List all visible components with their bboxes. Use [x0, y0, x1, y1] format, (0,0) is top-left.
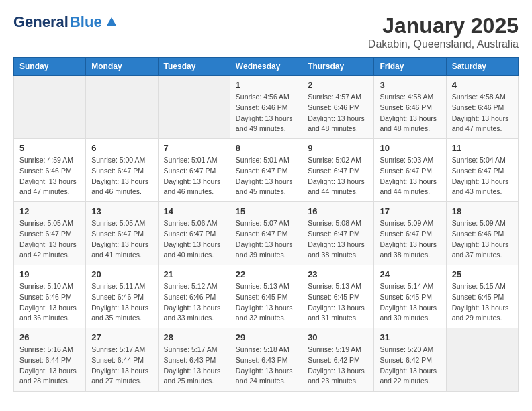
day-number: 4 [452, 80, 513, 90]
day-number: 3 [380, 80, 440, 90]
calendar-cell: 25Sunrise: 5:15 AM Sunset: 6:45 PM Dayli… [446, 265, 518, 328]
logo-triangle-icon [104, 13, 119, 28]
svg-marker-0 [107, 17, 116, 26]
day-info: Sunrise: 5:18 AM Sunset: 6:43 PM Dayligh… [236, 345, 296, 387]
weekday-header: Friday [374, 58, 446, 76]
calendar-cell: 14Sunrise: 5:06 AM Sunset: 6:47 PM Dayli… [158, 202, 230, 265]
day-info: Sunrise: 5:04 AM Sunset: 6:47 PM Dayligh… [452, 155, 513, 197]
day-number: 17 [380, 206, 440, 216]
day-number: 14 [164, 206, 224, 216]
day-number: 20 [91, 269, 152, 279]
day-info: Sunrise: 5:02 AM Sunset: 6:47 PM Dayligh… [308, 155, 368, 197]
calendar-cell: 8Sunrise: 5:01 AM Sunset: 6:47 PM Daylig… [230, 139, 302, 202]
weekday-header: Monday [86, 58, 158, 76]
day-number: 8 [236, 143, 296, 153]
calendar-cell: 22Sunrise: 5:13 AM Sunset: 6:45 PM Dayli… [230, 265, 302, 328]
month-title: January 2025 [368, 13, 519, 38]
day-number: 1 [236, 80, 296, 90]
calendar-cell: 30Sunrise: 5:19 AM Sunset: 6:42 PM Dayli… [302, 328, 374, 392]
weekday-header: Wednesday [230, 58, 302, 76]
day-info: Sunrise: 5:09 AM Sunset: 6:47 PM Dayligh… [380, 218, 440, 261]
calendar-cell: 6Sunrise: 5:00 AM Sunset: 6:47 PM Daylig… [86, 139, 158, 202]
day-info: Sunrise: 5:09 AM Sunset: 6:46 PM Dayligh… [452, 218, 513, 261]
day-info: Sunrise: 5:19 AM Sunset: 6:42 PM Dayligh… [308, 345, 368, 387]
day-number: 5 [19, 143, 80, 153]
day-info: Sunrise: 4:58 AM Sunset: 6:46 PM Dayligh… [380, 92, 440, 134]
day-number: 13 [91, 206, 152, 216]
calendar-cell [14, 76, 86, 139]
calendar-cell: 5Sunrise: 4:59 AM Sunset: 6:46 PM Daylig… [14, 139, 86, 202]
day-number: 22 [236, 269, 296, 279]
calendar-cell: 20Sunrise: 5:11 AM Sunset: 6:46 PM Dayli… [86, 265, 158, 328]
day-number: 23 [308, 269, 368, 279]
day-info: Sunrise: 5:17 AM Sunset: 6:43 PM Dayligh… [164, 345, 224, 387]
day-info: Sunrise: 5:15 AM Sunset: 6:45 PM Dayligh… [452, 281, 513, 324]
calendar-week-row: 5Sunrise: 4:59 AM Sunset: 6:46 PM Daylig… [14, 139, 519, 202]
day-info: Sunrise: 5:01 AM Sunset: 6:47 PM Dayligh… [236, 155, 296, 197]
day-number: 11 [452, 143, 513, 153]
calendar-cell: 17Sunrise: 5:09 AM Sunset: 6:47 PM Dayli… [374, 202, 446, 265]
day-info: Sunrise: 5:16 AM Sunset: 6:44 PM Dayligh… [19, 345, 80, 387]
day-info: Sunrise: 5:08 AM Sunset: 6:47 PM Dayligh… [308, 218, 368, 261]
day-number: 12 [19, 206, 80, 216]
day-info: Sunrise: 4:59 AM Sunset: 6:46 PM Dayligh… [19, 155, 80, 197]
calendar-cell: 16Sunrise: 5:08 AM Sunset: 6:47 PM Dayli… [302, 202, 374, 265]
calendar-cell: 12Sunrise: 5:05 AM Sunset: 6:47 PM Dayli… [14, 202, 86, 265]
day-info: Sunrise: 5:14 AM Sunset: 6:45 PM Dayligh… [380, 281, 440, 324]
day-info: Sunrise: 5:13 AM Sunset: 6:45 PM Dayligh… [308, 281, 368, 324]
day-number: 31 [380, 332, 440, 342]
calendar-cell [86, 76, 158, 139]
day-number: 24 [380, 269, 440, 279]
calendar-cell: 9Sunrise: 5:02 AM Sunset: 6:47 PM Daylig… [302, 139, 374, 202]
calendar-cell: 3Sunrise: 4:58 AM Sunset: 6:46 PM Daylig… [374, 76, 446, 139]
day-info: Sunrise: 5:06 AM Sunset: 6:47 PM Dayligh… [164, 218, 224, 261]
day-info: Sunrise: 5:13 AM Sunset: 6:45 PM Dayligh… [236, 281, 296, 324]
calendar-cell: 2Sunrise: 4:57 AM Sunset: 6:46 PM Daylig… [302, 76, 374, 139]
day-number: 9 [308, 143, 368, 153]
weekday-header: Tuesday [158, 58, 230, 76]
day-info: Sunrise: 5:10 AM Sunset: 6:46 PM Dayligh… [19, 281, 80, 324]
day-info: Sunrise: 5:00 AM Sunset: 6:47 PM Dayligh… [91, 155, 152, 197]
day-info: Sunrise: 5:12 AM Sunset: 6:46 PM Dayligh… [164, 281, 224, 324]
calendar-cell: 29Sunrise: 5:18 AM Sunset: 6:43 PM Dayli… [230, 328, 302, 392]
day-number: 16 [308, 206, 368, 216]
day-info: Sunrise: 5:03 AM Sunset: 6:47 PM Dayligh… [380, 155, 440, 197]
day-info: Sunrise: 5:05 AM Sunset: 6:47 PM Dayligh… [19, 218, 80, 261]
calendar-cell: 18Sunrise: 5:09 AM Sunset: 6:46 PM Dayli… [446, 202, 518, 265]
location-title: Dakabin, Queensland, Australia [368, 38, 519, 50]
day-info: Sunrise: 5:11 AM Sunset: 6:46 PM Dayligh… [91, 281, 152, 324]
calendar-cell: 7Sunrise: 5:01 AM Sunset: 6:47 PM Daylig… [158, 139, 230, 202]
day-number: 15 [236, 206, 296, 216]
calendar-week-row: 19Sunrise: 5:10 AM Sunset: 6:46 PM Dayli… [14, 265, 519, 328]
header: General Blue January 2025 Dakabin, Queen… [13, 13, 519, 50]
day-info: Sunrise: 5:07 AM Sunset: 6:47 PM Dayligh… [236, 218, 296, 261]
day-info: Sunrise: 4:58 AM Sunset: 6:46 PM Dayligh… [452, 92, 513, 134]
day-info: Sunrise: 5:20 AM Sunset: 6:42 PM Dayligh… [380, 345, 440, 387]
calendar-cell: 26Sunrise: 5:16 AM Sunset: 6:44 PM Dayli… [14, 328, 86, 392]
day-info: Sunrise: 4:56 AM Sunset: 6:46 PM Dayligh… [236, 92, 296, 134]
day-number: 19 [19, 269, 80, 279]
calendar-cell: 11Sunrise: 5:04 AM Sunset: 6:47 PM Dayli… [446, 139, 518, 202]
logo: General Blue [13, 13, 119, 31]
day-info: Sunrise: 5:17 AM Sunset: 6:44 PM Dayligh… [91, 345, 152, 387]
logo-blue-text: Blue [70, 13, 102, 31]
calendar-cell [446, 328, 518, 392]
weekday-header: Thursday [302, 58, 374, 76]
day-info: Sunrise: 5:01 AM Sunset: 6:47 PM Dayligh… [164, 155, 224, 197]
calendar-cell: 24Sunrise: 5:14 AM Sunset: 6:45 PM Dayli… [374, 265, 446, 328]
title-area: January 2025 Dakabin, Queensland, Austra… [368, 13, 519, 50]
day-number: 25 [452, 269, 513, 279]
day-info: Sunrise: 4:57 AM Sunset: 6:46 PM Dayligh… [308, 92, 368, 134]
calendar-cell: 27Sunrise: 5:17 AM Sunset: 6:44 PM Dayli… [86, 328, 158, 392]
calendar-table: SundayMondayTuesdayWednesdayThursdayFrid… [13, 57, 519, 392]
calendar-cell: 19Sunrise: 5:10 AM Sunset: 6:46 PM Dayli… [14, 265, 86, 328]
calendar-cell: 13Sunrise: 5:05 AM Sunset: 6:47 PM Dayli… [86, 202, 158, 265]
calendar-week-row: 1Sunrise: 4:56 AM Sunset: 6:46 PM Daylig… [14, 76, 519, 139]
calendar-cell: 10Sunrise: 5:03 AM Sunset: 6:47 PM Dayli… [374, 139, 446, 202]
weekday-header: Sunday [14, 58, 86, 76]
day-number: 26 [19, 332, 80, 342]
logo-general: General [13, 13, 69, 31]
day-number: 21 [164, 269, 224, 279]
calendar-cell: 23Sunrise: 5:13 AM Sunset: 6:45 PM Dayli… [302, 265, 374, 328]
day-number: 10 [380, 143, 440, 153]
